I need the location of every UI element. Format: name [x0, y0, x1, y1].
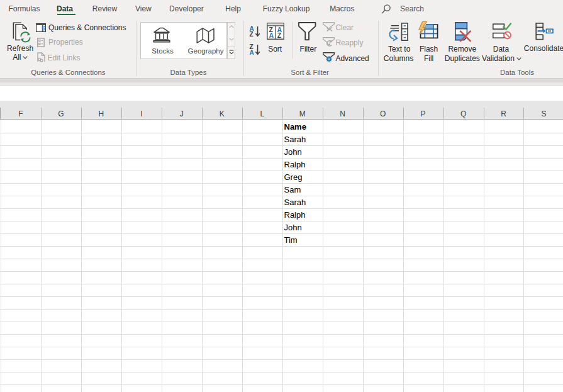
- svg-text:Z: Z: [250, 31, 254, 38]
- svg-text:A: A: [249, 49, 254, 56]
- svg-text:A: A: [269, 32, 274, 40]
- svg-text:Z: Z: [277, 32, 282, 40]
